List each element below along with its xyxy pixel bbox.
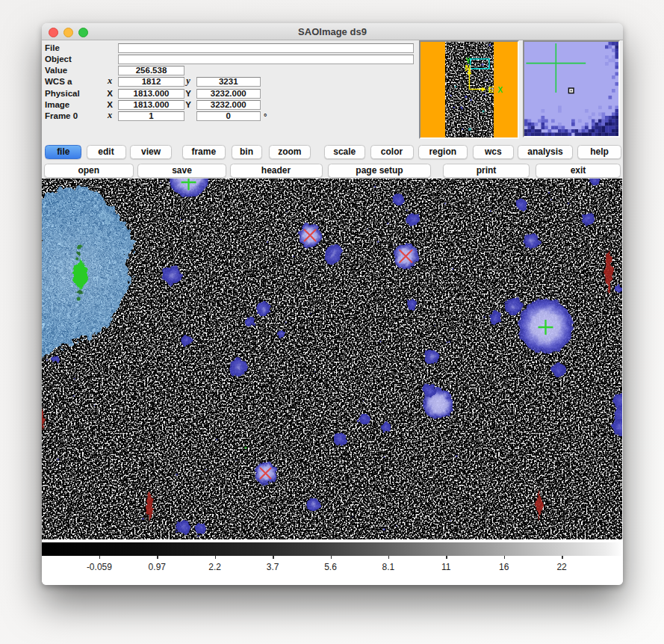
svg-text:X: X — [497, 86, 503, 94]
svg-text:E: E — [488, 85, 494, 94]
svg-text:Y: Y — [465, 56, 471, 65]
